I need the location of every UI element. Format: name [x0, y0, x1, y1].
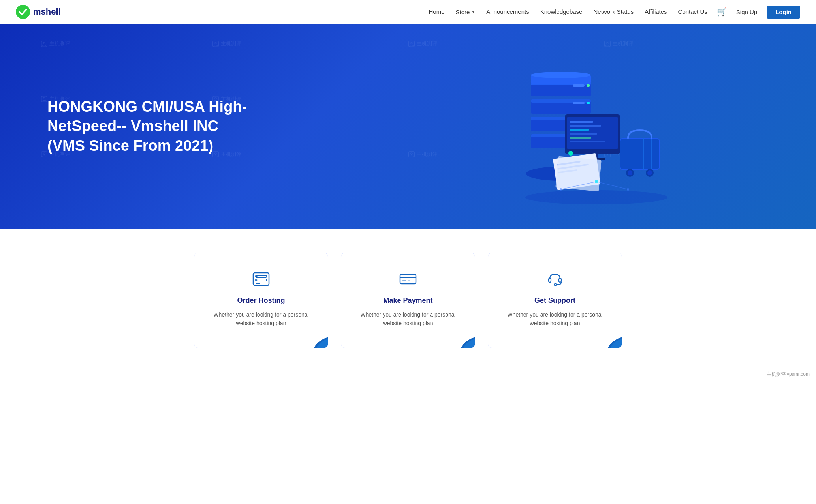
make-payment-desc: Whether you are looking for a personal w…	[355, 310, 461, 328]
order-hosting-desc: Whether you are looking for a personal w…	[209, 310, 314, 328]
svg-point-6	[411, 42, 413, 44]
svg-rect-34	[587, 102, 590, 104]
svg-point-14	[43, 153, 45, 155]
nav-item-knowledgebase[interactable]: Knowledgebase	[540, 8, 583, 15]
svg-point-2	[43, 42, 45, 44]
get-support-title: Get Support	[502, 296, 607, 305]
features-grid: Order Hosting Whether you are looking fo…	[191, 253, 625, 348]
footer-watermark: 主机测评 vpsmr.com	[0, 368, 816, 381]
store-dropdown-arrow: ▼	[471, 10, 475, 14]
svg-point-71	[568, 151, 573, 156]
order-hosting-corner-decoration	[308, 328, 328, 348]
svg-point-76	[256, 279, 258, 281]
make-payment-title: Make Payment	[355, 296, 461, 305]
navbar-actions: 🛒 Sign Up Login	[717, 6, 800, 19]
svg-rect-46	[570, 133, 597, 135]
svg-rect-7	[605, 41, 610, 46]
get-support-corner-decoration	[602, 328, 622, 348]
navbar: mshell Home Store ▼ Announcements Knowle…	[0, 0, 816, 24]
nav-item-contact-us[interactable]: Contact Us	[678, 8, 707, 15]
hero-content: HONGKONG CMI/USA High-NetSpeed-- Vmshell…	[47, 97, 408, 156]
svg-rect-80	[400, 274, 416, 284]
svg-line-67	[596, 182, 628, 189]
svg-rect-43	[570, 121, 593, 123]
svg-rect-13	[41, 152, 47, 157]
svg-rect-47	[570, 137, 591, 139]
make-payment-corner-decoration	[455, 328, 475, 348]
svg-rect-3	[213, 41, 218, 46]
nav-links: Home Store ▼ Announcements Knowledgebase…	[429, 8, 707, 15]
svg-rect-5	[409, 41, 414, 46]
hero-image	[408, 47, 769, 205]
feature-card-get-support: Get Support Whether you are looking for …	[488, 253, 622, 348]
nav-item-announcements[interactable]: Announcements	[486, 8, 529, 15]
svg-point-65	[647, 170, 652, 175]
svg-point-10	[43, 97, 45, 99]
svg-rect-44	[570, 125, 601, 127]
brand-name: mshell	[33, 7, 61, 17]
svg-rect-37	[573, 84, 585, 87]
hero-section: 主机测评 主机测评 主机测评 主机测评 主机测评 主机测评 主机测评 主机测评	[0, 24, 816, 229]
svg-rect-1	[41, 41, 47, 46]
svg-rect-56	[620, 138, 660, 170]
svg-point-40	[531, 72, 591, 78]
order-hosting-title: Order Hosting	[209, 296, 314, 305]
svg-point-69	[560, 188, 562, 191]
svg-point-8	[607, 42, 609, 44]
server-illustration	[494, 47, 683, 205]
svg-point-88	[555, 284, 557, 286]
get-support-desc: Whether you are looking for a personal w…	[502, 310, 607, 328]
svg-point-70	[627, 188, 629, 191]
get-support-icon	[502, 269, 607, 289]
logo[interactable]: mshell	[16, 5, 61, 19]
feature-card-make-payment: Make Payment Whether you are looking for…	[341, 253, 475, 348]
logo-icon	[16, 5, 30, 19]
nav-item-home[interactable]: Home	[429, 8, 445, 15]
order-hosting-icon	[209, 269, 314, 289]
feature-card-order-hosting: Order Hosting Whether you are looking fo…	[194, 253, 328, 348]
svg-rect-9	[41, 96, 47, 102]
svg-rect-77	[256, 283, 260, 284]
svg-point-21	[525, 190, 667, 204]
nav-item-network-status[interactable]: Network Status	[593, 8, 634, 15]
signup-button[interactable]: Sign Up	[732, 6, 761, 18]
svg-rect-55	[555, 156, 602, 191]
hero-title: HONGKONG CMI/USA High-NetSpeed-- Vmshell…	[47, 97, 253, 156]
svg-rect-33	[573, 102, 585, 104]
svg-point-75	[256, 276, 258, 277]
make-payment-icon	[355, 269, 461, 289]
login-button[interactable]: Login	[767, 6, 800, 19]
svg-rect-83	[408, 280, 410, 281]
svg-rect-82	[402, 280, 406, 281]
svg-rect-38	[587, 84, 590, 87]
svg-point-68	[595, 180, 598, 183]
svg-point-63	[628, 170, 632, 175]
cart-icon[interactable]: 🛒	[717, 7, 727, 17]
features-section: Order Hosting Whether you are looking fo…	[0, 229, 816, 368]
svg-point-0	[16, 5, 30, 19]
nav-item-affiliates[interactable]: Affiliates	[645, 8, 667, 15]
nav-item-store[interactable]: Store ▼	[456, 9, 476, 15]
svg-point-4	[215, 42, 217, 44]
svg-rect-45	[570, 129, 589, 131]
svg-rect-48	[570, 141, 605, 142]
